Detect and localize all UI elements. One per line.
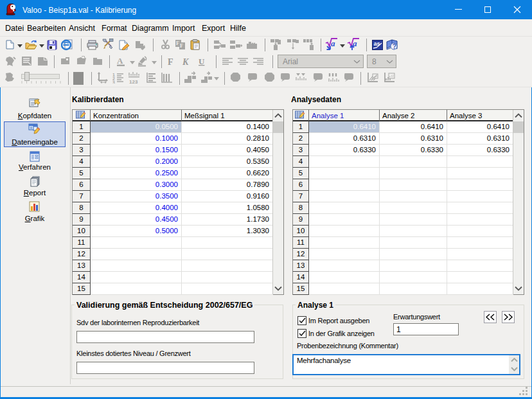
svg-text:F: F — [168, 57, 173, 66]
svg-text:?: ? — [393, 43, 396, 50]
svg-text:F: F — [180, 43, 183, 49]
svg-text:A: A — [117, 56, 123, 66]
svg-text:as: as — [374, 40, 380, 47]
svg-text:a: a — [331, 39, 335, 48]
svg-text:F: F — [176, 40, 179, 46]
svg-text:123: 123 — [129, 79, 138, 84]
svg-text:K: K — [182, 57, 190, 66]
svg-text:3: 3 — [112, 80, 115, 84]
svg-text:U: U — [199, 57, 205, 66]
